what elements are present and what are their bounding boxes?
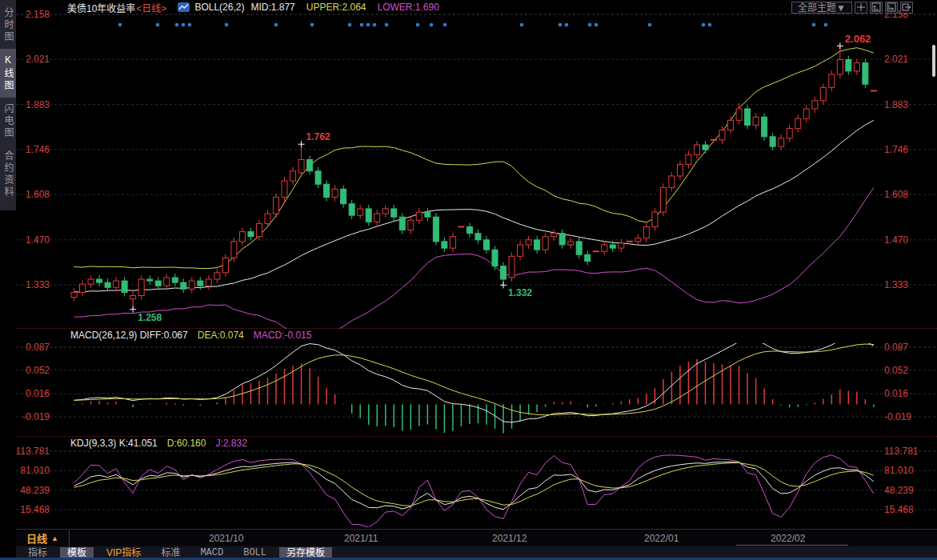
- toolbar-tab-macd[interactable]: MACD: [193, 547, 230, 558]
- axis-tick-label: 2.021: [884, 54, 932, 64]
- boll-mid-value: MID:1.877: [250, 2, 294, 13]
- pan-right-icon[interactable]: [900, 2, 913, 14]
- toolbar-tab-templates[interactable]: 模板: [60, 547, 94, 558]
- axis-tick-label: 113.781: [884, 446, 932, 456]
- chart-icon: [178, 2, 190, 12]
- kdj-header: KDJ(9,3,3) K:41.051 D:60.160 J:2.832: [70, 438, 247, 449]
- kdj-k-value: KDJ(9,3,3) K:41.051: [70, 438, 158, 449]
- price-annotation-high: 2.062: [845, 33, 871, 45]
- vertical-scrollbar-thumb[interactable]: [932, 45, 935, 77]
- x-axis-label: 2021/11: [344, 533, 378, 544]
- sidebar-tab-candle-chart[interactable]: K线图: [0, 49, 16, 98]
- x-axis-label: 2021/10: [209, 533, 243, 544]
- axis-tick-label: 2.021: [11, 54, 50, 64]
- x-axis-row: 日线 ▲ 2021/102021/112021/122022/012022/02: [16, 529, 937, 547]
- axis-tick-label: 1.470: [884, 235, 932, 245]
- chart-mode-tabs: 分时图 K线图 闪电图 合约资料: [0, 0, 16, 210]
- axis-tick-label: 1.608: [884, 190, 932, 199]
- axis-tick-label: 48.239: [884, 486, 932, 495]
- axis-tick-label: 113.781: [11, 446, 50, 456]
- macd-panel-separator: [0, 328, 937, 329]
- sidebar-tab-contract-info[interactable]: 合约资料: [0, 145, 16, 204]
- symbol-title: 美债10年收益率: [67, 1, 135, 14]
- toolbar-tab-standard[interactable]: 标准: [154, 547, 187, 558]
- boll-indicator-label: BOLL(26,2): [194, 2, 244, 13]
- axis-tick-label: 1.883: [884, 100, 932, 110]
- fit-horizontal-icon[interactable]: [885, 2, 898, 14]
- x-axis-label: 2021/12: [492, 533, 527, 544]
- kdj-j-value: J:2.832: [215, 438, 246, 449]
- timeframe-dropdown[interactable]: 日线 ▲: [16, 530, 70, 546]
- toolbar-tab-vip-indicators[interactable]: VIP指标: [99, 547, 148, 558]
- sidebar-tab-flash-chart[interactable]: 闪电图: [0, 98, 16, 145]
- axis-tick-label: 15.468: [884, 505, 932, 514]
- axis-tick-label: 48.239: [11, 486, 50, 495]
- axis-tick-label: 0.087: [884, 342, 932, 352]
- price-annotation-low: 1.258: [138, 312, 162, 323]
- axis-tick-label: 1.333: [11, 280, 50, 290]
- axis-tick-label: 1.470: [11, 235, 50, 245]
- axis-tick-label: -0.019: [11, 412, 50, 422]
- axis-tick-label: 0.016: [884, 389, 932, 398]
- x-axis-label: 2022/01: [644, 533, 679, 544]
- period-tag: <日线>: [136, 1, 166, 14]
- axis-tick-label: 0.052: [11, 366, 50, 375]
- price-annotation-low: 1.332: [508, 287, 532, 298]
- theme-select-button[interactable]: 全部主题▼: [791, 2, 852, 14]
- toolbar-tab-boll[interactable]: BOLL: [236, 547, 274, 558]
- macd-header: MACD(26,12,9) DIFF:0.067 DEA:0.074 MACD:…: [70, 330, 311, 341]
- timeframe-label: 日线: [26, 530, 47, 546]
- axis-tick-label: 0.016: [11, 389, 50, 398]
- price-annotation-high: 1.762: [306, 131, 330, 142]
- axis-tick-label: 0.087: [11, 342, 50, 352]
- axis-tick-label: 1.883: [11, 100, 50, 110]
- axis-tick-label: 1.333: [884, 280, 932, 290]
- macd-dea-value: DEA:0.074: [198, 330, 244, 341]
- axis-tick-label: 81.010: [884, 466, 932, 475]
- chart-header: 美债10年收益率 <日线> BOLL(26,2) MID:1.877 UPPER…: [16, 0, 937, 14]
- left-sidebar: 分时图 K线图 闪电图 合约资料: [0, 0, 16, 560]
- sidebar-tab-time-chart[interactable]: 分时图: [0, 2, 16, 49]
- axis-tick-label: 15.468: [11, 505, 50, 514]
- toolbar-tab-indicators[interactable]: 指标: [21, 547, 54, 558]
- boll-upper-value: UPPER:2.064: [306, 2, 366, 13]
- horizontal-scroll-indicator[interactable]: [736, 545, 848, 546]
- crosshair-icon[interactable]: [855, 2, 867, 14]
- axis-tick-label: 1.608: [11, 190, 50, 199]
- boll-lower-value: LOWER:1.690: [378, 2, 439, 13]
- axis-tick-label: 1.746: [11, 145, 50, 154]
- macd-macd-value: MACD:-0.015: [254, 330, 312, 341]
- macd-diff-value: MACD(26,12,9) DIFF:0.067: [70, 330, 188, 341]
- axis-tick-label: 1.746: [884, 145, 932, 154]
- axis-tick-label: 0.052: [884, 366, 932, 375]
- price-chart-canvas[interactable]: [0, 0, 937, 560]
- toolbar-tab-save-template[interactable]: 另存模板: [279, 547, 332, 558]
- fit-vertical-icon[interactable]: [870, 2, 883, 14]
- axis-tick-label: -0.019: [884, 412, 932, 422]
- chart-window: 分时图 K线图 闪电图 合约资料 美债10年收益率 <日线> BOLL(26,2…: [0, 0, 937, 560]
- kdj-d-value: D:60.160: [167, 438, 206, 449]
- timeframe-arrow-icon: ▲: [51, 534, 58, 542]
- x-axis-label: 2022/02: [771, 533, 805, 544]
- axis-tick-label: 81.010: [11, 466, 50, 475]
- kdj-panel-separator: [0, 436, 937, 437]
